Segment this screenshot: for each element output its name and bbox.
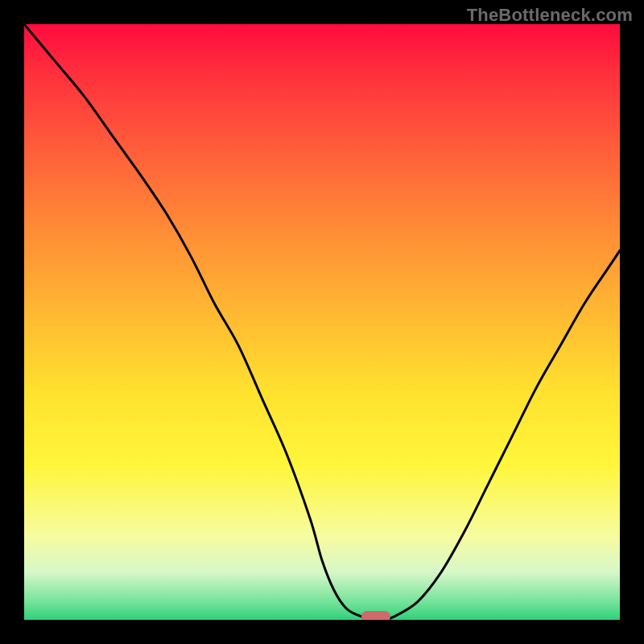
attribution-watermark: TheBottleneck.com — [467, 5, 633, 26]
plot-area — [24, 24, 620, 620]
chart-frame: TheBottleneck.com — [0, 0, 644, 644]
optimal-marker — [361, 611, 390, 620]
bottleneck-curve — [24, 24, 620, 620]
